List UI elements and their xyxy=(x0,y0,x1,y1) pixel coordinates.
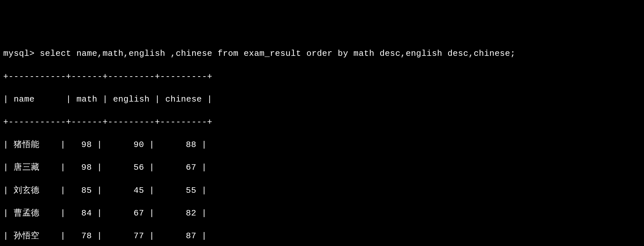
sql-query: select name,math,english ,chinese from e… xyxy=(40,49,515,58)
mysql-prompt: mysql> xyxy=(3,49,40,58)
table-row: | 曹孟德 | 84 | 67 | 82 | xyxy=(3,208,641,219)
table-row: | 猪悟能 | 98 | 90 | 88 | xyxy=(3,139,641,151)
table-border-mid: +-----------+------+---------+---------+ xyxy=(3,117,641,128)
table-header: | name | math | english | chinese | xyxy=(3,94,641,105)
table-row: | 刘玄德 | 85 | 45 | 55 | xyxy=(3,185,641,196)
query-line: mysql> select name,math,english ,chinese… xyxy=(3,48,641,59)
table-row: | 孙悟空 | 78 | 77 | 87 | xyxy=(3,230,641,242)
table-border-top: +-----------+------+---------+---------+ xyxy=(3,71,641,82)
table-row: | 唐三藏 | 98 | 56 | 67 | xyxy=(3,162,641,173)
